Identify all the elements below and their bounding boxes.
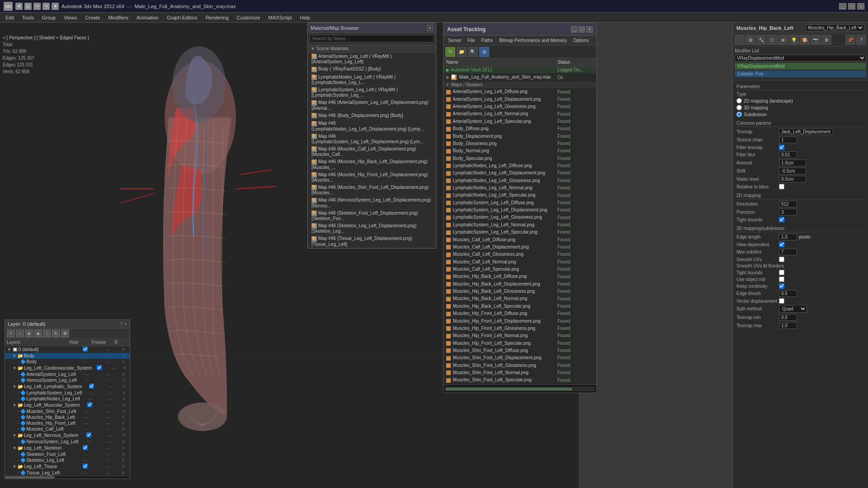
tree-expand[interactable]: ▼ [12,403,17,408]
at-file-row[interactable]: Muscles_Hip_Back_Left_Specular.png Found [443,303,596,310]
tree-expand[interactable]: ▼ [12,464,17,469]
at-file-row[interactable]: LymphaticSystem_Leg_Left_Glossiness.png … [443,214,596,221]
at-file-row[interactable]: Muscles_Hip_Front_Left_Glossiness.png Fo… [443,325,596,332]
layer-row[interactable]: ◦ 🔷 ArterialSystem_Leg_Left — — R [5,371,130,377]
layer-row[interactable]: ▼ 📂 Leg_Left_Cardiovascular_System — R [5,365,130,371]
filter-checkbox[interactable] [779,145,784,150]
at-file-row[interactable]: ArterialSystem_Leg_Left_Displacement.png… [443,96,596,103]
filter-blur-input[interactable] [779,151,797,158]
at-file-row[interactable]: Body_Diffuse.png Found [443,125,596,132]
at-file-row[interactable]: Muscles_Hip_Back_Left_Glossiness.png Fou… [443,288,596,295]
tree-expand[interactable]: ▼ [12,446,17,450]
at-file-row[interactable]: Muscles_Hip_Back_Left_Diffuse.png Found [443,273,596,280]
edge-len-input[interactable] [779,234,797,240]
layer-row[interactable]: ◦ 🔷 Body — — R [5,359,130,365]
use-obj-mtl-checkbox[interactable] [779,277,784,282]
menu-graph-editors[interactable]: Graph Editors [163,14,201,21]
tree-expand[interactable]: ▼ [12,384,17,389]
at-file-row[interactable]: Muscles_Hip_Back_Left_Normal.png Found [443,295,596,302]
tree-expand[interactable]: ▼ [12,353,17,358]
mb-material-item[interactable]: 🎨Map #46 (Muscles_Hip_Back_Left_Displace… [308,158,436,171]
view-dep-checkbox[interactable] [779,242,784,247]
layer-row[interactable]: ◦ 🔷 Skeleton_Foot_Left — — R [5,451,130,457]
layer-new-btn[interactable]: + [7,329,15,338]
mb-material-item[interactable]: 🎨LymphaticNodes_Leg_Left ( VRayMtl ) [Ly… [308,74,436,86]
rp-icon7[interactable]: 🎨 [800,35,810,45]
maximize-button[interactable]: □ [848,3,855,9]
layer-select-btn[interactable]: ◈ [34,329,42,338]
layer-row[interactable]: ▼ 📂 Leg_Left_Muscular_System — R [5,402,130,408]
split-method-select[interactable]: Quad Regular [779,305,807,313]
layer-row[interactable]: ◦ 🔷 LymphaticNodes_Leg_Left — — R [5,396,130,402]
mb-material-item[interactable]: 🎨ArterialSystem_Leg_Left ( VRayMtl ) [Ar… [308,53,436,66]
layer-add-sel-btn[interactable]: ⊕ [25,329,33,338]
at-file-row[interactable]: LymphaticSystem_Leg_Left_Specular.png Fo… [443,229,596,236]
at-file-row[interactable]: Muscles_Calf_Left_Glossiness.png Found [443,251,596,258]
at-find-btn[interactable]: 🔍 [468,47,478,57]
at-table-btn[interactable]: ⊞ [479,47,489,57]
at-maximize-btn[interactable]: □ [579,26,585,33]
layer-row[interactable]: ◦ 🔷 Skeleton_Leg_Left — — R [5,457,130,463]
tight2-checkbox[interactable] [779,270,784,275]
tree-expand[interactable]: ▼ [7,347,11,352]
modifier-vray-disp[interactable]: VRayDisplacementMod [735,63,866,70]
at-file-row[interactable]: LymphaticNodes_Leg_Left_Specular.png Fou… [443,192,596,199]
at-menu-file[interactable]: File [465,37,477,44]
layer-refresh-btn[interactable]: ↻ [52,329,60,338]
amount-input[interactable] [779,160,806,166]
precision-input[interactable] [779,209,797,216]
menu-modifiers[interactable]: Modifiers [104,14,132,21]
menu-rendering[interactable]: Rendering [202,14,232,21]
at-file-row[interactable]: Body_Specular.png Found [443,155,596,162]
menu-edit[interactable]: Edit [2,14,18,21]
at-file-row[interactable]: ArterialSystem_Leg_Left_Normal.png Found [443,110,596,117]
layer-row[interactable]: ◦ 🔷 NervousSystem_Leg_Left — — R [5,439,130,445]
minimize-button[interactable]: _ [839,3,846,9]
menu-help[interactable]: Help [297,14,314,21]
at-file-row[interactable]: Muscles_Shin_Foot_Left_Normal.png Found [443,369,596,376]
at-file-row[interactable]: Muscles_Hip_Front_Left_Specular.png Foun… [443,340,596,347]
rp-icon4[interactable]: ⬡ [767,35,777,45]
at-file-row[interactable]: ArterialSystem_Leg_Left_Diffuse.png Foun… [443,88,596,95]
mb-material-item[interactable]: 🎨Map #46 (LymphaticSystem_Leg_Left_Displ… [308,133,436,145]
at-menu-server[interactable]: Server [445,37,464,44]
layer-row[interactable]: ▼ 📂 Leg_Left_Lymphatic_System — R [5,383,130,390]
layer-row[interactable]: ◦ 🔷 Muscles_Shin_Foot_Left — — R [5,408,130,414]
mb-material-item[interactable]: 🎨Map #46 (ArterialSystem_Leg_Left_Displa… [308,99,436,112]
mb-material-item[interactable]: 🎨Map #46 (Muscles_Shin_Foot_Left_Displac… [308,184,436,197]
at-folder-btn[interactable]: 📁 [457,47,467,57]
at-file-row[interactable]: ArterialSystem_Leg_Left_Glossiness.png F… [443,103,596,110]
layer-row[interactable]: ◦ 🔷 VenousSystem_Leg_Left — — R [5,377,130,383]
rp-dropdown[interactable]: Muscles_Hip_Back_Left [806,24,864,31]
layer-move-btn[interactable]: ↑ [43,329,51,338]
at-refresh-btn[interactable]: ↻ [445,47,455,57]
toolbar-icon-3[interactable]: ↩ [33,3,41,10]
at-menu-paths[interactable]: Paths [479,37,496,44]
mb-close-btn[interactable]: × [427,25,433,31]
mb-material-item[interactable]: 🎨Map #46 (Skeleton_Leg_Left_Displacement… [308,222,436,235]
layer-delete-btn[interactable]: − [16,329,24,338]
layer-row[interactable]: ◦ 🔷 Muscles_Hip_Back_Left — — R [5,414,130,420]
edge-thresh-input[interactable] [779,290,797,297]
texmap-min-input[interactable] [779,314,797,321]
water-input[interactable] [779,176,806,183]
layer-row[interactable]: ▼ 🔲 0 (default) — R [5,346,130,353]
mb-search-input[interactable] [310,35,434,42]
menu-group[interactable]: Group [38,14,60,21]
at-file-row[interactable]: Muscles_Shin_Foot_Left_Specular.png Foun… [443,376,596,384]
rp-pin-btn[interactable]: 📌 [845,35,855,45]
layer-row[interactable]: ◦ 🔷 Tissue_Leg_Left — — R [5,470,130,476]
at-menu-options[interactable]: Options [571,37,591,44]
mb-material-item[interactable]: 🎨Map #46 (LymphaticNodes_Leg_Left_Displa… [308,120,436,132]
close-button[interactable]: × [857,3,864,9]
layers-scrollbar-thumb[interactable] [5,476,55,479]
layer-row[interactable]: ◦ 🔷 LymphaticSystem_Leg_Left — — R [5,390,130,396]
radio-2d[interactable] [736,98,742,103]
mb-material-item[interactable]: 🎨Map #46 (NervousSystem_Leg_Left_Displac… [308,197,436,209]
rp-icon2[interactable]: ⊞ [745,35,755,45]
mb-material-item[interactable]: 🎨LymphaticSystem_Leg_Left ( VRayMtl ) [L… [308,86,436,99]
at-file-row[interactable]: LymphaticNodes_Leg_Left_Diffuse.png Foun… [443,162,596,169]
smooth-uv-checkbox[interactable] [779,257,784,262]
mb-material-item[interactable]: 🎨Map #46 (Tissue_Leg_Left_Displacement.p… [308,235,436,248]
menu-animation[interactable]: Animation [133,14,162,21]
